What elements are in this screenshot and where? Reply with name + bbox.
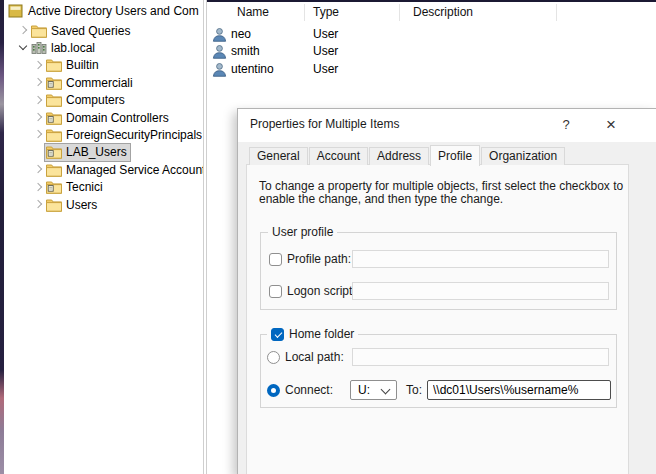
tree-item-builtin[interactable]: Builtin (4, 57, 204, 74)
folder-icon (46, 58, 62, 72)
logon-script-input[interactable] (352, 282, 609, 300)
folder-icon (46, 128, 62, 142)
folder-icon (31, 24, 47, 38)
tab-profile[interactable]: Profile (430, 145, 480, 166)
folder-icon (46, 163, 62, 177)
tree-item-label: Computers (66, 93, 125, 107)
column-header-name[interactable]: Name (237, 2, 269, 22)
tree-item-commerciali[interactable]: Commerciali (4, 74, 204, 91)
folder-icon (46, 198, 62, 212)
ou-badge-icon (46, 76, 62, 90)
connect-label: Connect: (285, 383, 333, 397)
user-icon (212, 27, 227, 45)
help-button[interactable]: ? (555, 114, 577, 136)
profile-tab-page: To change a property for multiple object… (246, 164, 629, 474)
tab-account[interactable]: Account (309, 147, 368, 165)
user-icon (212, 62, 227, 80)
properties-dialog: Properties for Multiple Items ? × Genera… (237, 108, 656, 474)
tab-address[interactable]: Address (369, 147, 429, 165)
intro-text: To change a property for multiple object… (259, 180, 625, 206)
tree-item-domain-controllers[interactable]: Domain Controllers (4, 109, 204, 126)
chevron-icon[interactable] (32, 59, 45, 72)
tree-item-label: Commerciali (66, 76, 133, 90)
tree-item-label: Users (66, 198, 97, 212)
chevron-icon (32, 146, 45, 159)
chevron-icon[interactable] (17, 41, 30, 54)
profile-path-label: Profile path: (287, 252, 351, 266)
drive-letter-select[interactable]: U: (350, 380, 397, 400)
folder-icon (46, 128, 62, 142)
ou-folder-icon (46, 145, 62, 159)
tree-item-managed-service-accounts[interactable]: Managed Service Accounts (4, 161, 204, 178)
folder-icon (46, 93, 62, 107)
close-icon[interactable]: × (598, 112, 624, 138)
to-label: To: (406, 383, 422, 397)
tree-item-foreignsecurityprincipals[interactable]: ForeignSecurityPrincipals (4, 126, 204, 143)
tree-item-label: Saved Queries (51, 24, 130, 38)
ou-folder-icon (46, 180, 62, 194)
profile-path-input[interactable] (352, 250, 609, 268)
tab-general[interactable]: General (249, 147, 308, 165)
tree-item-users[interactable]: Users (4, 196, 204, 213)
domain-icon (31, 41, 47, 55)
local-path-radio[interactable] (267, 351, 280, 364)
local-path-row: Local path: (267, 350, 344, 364)
user-list-row[interactable]: smith User (207, 43, 656, 60)
user-name-cell: neo (231, 27, 251, 41)
home-folder-caption: Home folder (289, 327, 354, 341)
column-separator[interactable] (399, 4, 400, 21)
console-tree-panel: Active Directory Users and Com (4, 0, 204, 474)
chevron-icon[interactable] (32, 181, 45, 194)
dialog-title: Properties for Multiple Items (250, 117, 399, 131)
drive-letter-value: U: (358, 383, 370, 397)
ou-folder-icon (46, 111, 62, 125)
home-folder-path-input[interactable] (427, 380, 611, 400)
logon-script-row: Logon script: (269, 284, 356, 298)
column-header-description[interactable]: Description (413, 2, 473, 22)
tab-organization[interactable]: Organization (481, 147, 565, 165)
logon-script-checkbox[interactable] (269, 285, 282, 298)
folder-icon (46, 198, 62, 212)
tree-root-label: Active Directory Users and Com (28, 4, 199, 18)
chevron-icon[interactable] (32, 76, 45, 89)
column-separator[interactable] (556, 4, 557, 21)
console-root-icon (8, 4, 24, 18)
tree-item-computers[interactable]: Computers (4, 92, 204, 109)
tree-item-lab-users[interactable]: LAB_Users (4, 144, 204, 161)
tree-item-lab-local[interactable]: lab.local (4, 39, 204, 56)
chevron-down-icon (381, 385, 391, 395)
chevron-icon[interactable] (32, 198, 45, 211)
local-path-label: Local path: (285, 350, 344, 364)
user-list-row[interactable]: utentino User (207, 61, 656, 78)
chevron-icon[interactable] (32, 163, 45, 176)
user-type-cell: User (313, 62, 338, 76)
tree-item-saved-queries[interactable]: Saved Queries (4, 22, 204, 39)
tree-item-label: Domain Controllers (66, 111, 169, 125)
column-separator[interactable] (304, 4, 305, 21)
tree-item-label: Managed Service Accounts (66, 163, 204, 177)
folder-icon (46, 93, 62, 107)
home-folder-checkbox[interactable] (271, 328, 284, 341)
logon-script-label: Logon script: (287, 284, 356, 298)
tree-item-label: lab.local (51, 41, 95, 55)
ou-badge-icon (46, 145, 62, 159)
tree-item-label: LAB_Users (66, 145, 127, 159)
chevron-icon[interactable] (32, 111, 45, 124)
chevron-icon[interactable] (32, 94, 45, 107)
tree-item-label: ForeignSecurityPrincipals (66, 128, 202, 142)
chevron-icon[interactable] (32, 128, 45, 141)
ou-folder-icon (46, 76, 62, 90)
profile-path-row: Profile path: (269, 252, 351, 266)
local-path-input[interactable] (352, 348, 609, 366)
column-header-type[interactable]: Type (313, 2, 339, 22)
tree-item-label: Builtin (66, 58, 99, 72)
tree-root-item[interactable]: Active Directory Users and Com (4, 2, 203, 19)
profile-path-checkbox[interactable] (269, 253, 282, 266)
tree-item-label: Tecnici (66, 180, 103, 194)
folder-icon (31, 24, 47, 38)
user-list-row[interactable]: neo User (207, 26, 656, 43)
tree-item-tecnici[interactable]: Tecnici (4, 179, 204, 196)
user-profile-caption: User profile (268, 225, 337, 239)
connect-radio[interactable] (267, 384, 280, 397)
chevron-icon[interactable] (17, 24, 30, 37)
